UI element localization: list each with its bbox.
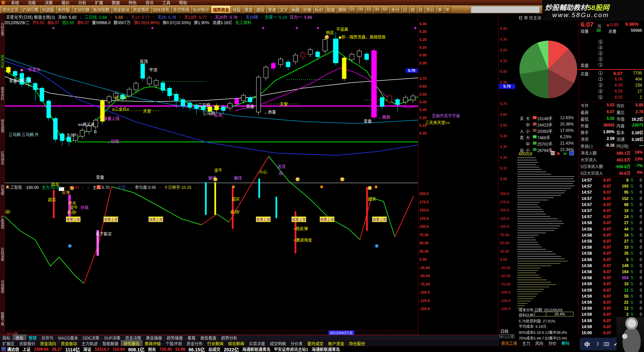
toolbar-强势资金[interactable]: 强势资金 (211, 6, 231, 13)
sidebar-tab-分时走势[interactable]: 分时走势 (0, 13, 4, 46)
tab-SUP决策[interactable]: SUP决策 (102, 335, 123, 341)
tab-高低看盘[interactable]: 高低看盘 (198, 335, 219, 341)
tick-row[interactable]: 14:596.0711S0 (579, 288, 644, 294)
chart-canvas[interactable]: ✖✖✖✖✖✖ (0, 0, 644, 352)
toolbar-价格[interactable]: 价格 (302, 6, 313, 13)
link-资金流向[interactable]: 资金流向 (38, 341, 58, 346)
toolbar-多日[interactable]: 多日 (424, 6, 436, 13)
toolbar-01[interactable]: 01 (349, 6, 356, 13)
tick-row[interactable]: 14:576.0724S0 (579, 214, 644, 220)
toolbar-年[interactable]: 年 (444, 6, 451, 13)
toolbar-资讯主页[interactable]: 资讯主页 (1, 6, 20, 13)
link-扩展区[interactable]: 扩展区 (0, 341, 17, 346)
sidebar-tab-东财深度[interactable]: 东财深度 (0, 239, 4, 271)
link-资金分布[interactable]: 资金分布 (184, 341, 205, 346)
tick-row[interactable]: 14:586.0734S0 (579, 233, 644, 239)
sidebar-tab-基本资料[interactable]: 基本资料 (0, 78, 4, 110)
menu-资讯[interactable]: 资讯 (141, 1, 158, 5)
tab-资金决策[interactable]: 资金决策 (123, 335, 143, 341)
tab-趋势操盘[interactable]: 趋势操盘 (164, 335, 185, 341)
tick-row[interactable]: 14:586.07164S0 (579, 269, 644, 275)
toolbar-文字[interactable]: 文字 (278, 6, 289, 13)
grid-icon[interactable] (569, 151, 574, 155)
menu-系统[interactable]: 系统 (7, 1, 24, 5)
toolbar-SUP统计[interactable]: SUP统计 (191, 6, 211, 13)
toolbar-资金博弈[interactable]: 资金博弈 (131, 6, 151, 13)
toolbar-画圆[interactable]: 画圆 (290, 6, 301, 13)
toolbar-阻速[interactable]: 阻速 (325, 6, 336, 13)
tick-row[interactable]: 14:586.07149S0 (579, 263, 644, 269)
tick-row[interactable]: 14:586.0727S0 (579, 239, 644, 245)
link-成交明细[interactable]: 成交明细 (267, 341, 288, 346)
link-主力轨迹[interactable]: 主力轨迹 (79, 341, 100, 346)
minipane-tab-资讯工场[interactable]: 资讯工场 (499, 340, 519, 346)
toolbar-多空阵线[interactable]: 多空阵线 (171, 6, 191, 13)
menu-数据[interactable]: 数据 (107, 1, 124, 5)
toolbar-05[interactable]: 05 (357, 6, 365, 13)
menu-扩展[interactable]: 扩展 (91, 1, 107, 5)
sidebar-tab-数据下载[interactable]: 数据下载 (0, 303, 4, 335)
sidebar-tab-技术分析[interactable]: 技术分析 (0, 46, 4, 78)
minipane-tab-主力[interactable]: 主力 (520, 340, 533, 346)
menu-分析[interactable]: 分析 (74, 1, 91, 5)
toolbar-60[interactable]: 60 (381, 6, 389, 13)
link-关联报价[interactable]: 关联报价 (17, 341, 38, 346)
tab-MACD基本[interactable]: MACD基本 (56, 335, 80, 341)
tab-指标[interactable]: 指标 (0, 335, 13, 341)
tab-另存为[interactable]: 另存为 (39, 335, 56, 341)
toolbar-斐波[interactable]: 斐波 (266, 6, 278, 13)
toolbar-删除[interactable]: 删除 (337, 6, 348, 13)
toolbar-板块指数[interactable]: 板块指数 (92, 6, 111, 13)
link-综合新闻[interactable]: 综合新闻 (226, 341, 246, 346)
tab-管理[interactable]: 管理 (26, 335, 39, 341)
toolbar-月[interactable]: 月 (417, 6, 424, 13)
tab-DDE决策[interactable]: DDE决策 (80, 335, 101, 341)
tick-row[interactable]: 14:586.07504S0 (579, 275, 644, 282)
link-智能解盘[interactable]: 智能解盘 (100, 341, 121, 346)
link-持仓股份[interactable]: 持仓股份 (347, 341, 367, 346)
link-券商评级[interactable]: 券商评级 (142, 341, 163, 346)
ime-language[interactable]: 中 (584, 340, 590, 348)
tab-看看[interactable]: 看看 (185, 335, 198, 341)
sidebar-tab-财务透视[interactable]: 财务透视 (0, 110, 4, 142)
tick-row[interactable]: 14:586.0735S0 (579, 251, 644, 257)
flag-icon[interactable]: ▶ (557, 151, 560, 156)
list-icon[interactable] (551, 151, 555, 155)
toolbar-多分[interactable]: 多分 (389, 6, 401, 13)
tick-row[interactable]: 14:576.07193S0 (579, 184, 644, 190)
zoom-button-0[interactable]: 0 (510, 334, 514, 338)
arrows-icon[interactable]: ≫ (563, 151, 567, 156)
minipane-tab-筹码[interactable]: 筹码 (559, 340, 572, 346)
toolbar-15[interactable]: 15 (365, 6, 373, 13)
tab-趋势分析[interactable]: 趋势分析 (219, 335, 240, 341)
menu-功能[interactable]: 功能 (24, 1, 40, 5)
toolbar-自选股[interactable]: 自选股 (40, 6, 56, 13)
tick-row[interactable]: 14:576.07152S0 (579, 196, 644, 202)
tick-row[interactable]: 14:586.0733S0 (579, 245, 644, 251)
link-买卖详盘[interactable]: 买卖详盘 (246, 341, 267, 346)
tick-row[interactable]: 14:576.0710S0 (579, 208, 644, 214)
tick-row[interactable]: 14:576.0795S0 (579, 190, 644, 196)
toolbar-沪深行情[interactable]: 沪深行情 (20, 6, 40, 13)
link-委托成交[interactable]: 委托成交 (305, 341, 326, 346)
moon-icon[interactable]: ☽ (595, 341, 599, 347)
toolbar-线投[interactable]: 线投 (231, 6, 242, 13)
menu-报价[interactable]: 报价 (57, 1, 74, 5)
link-分价表[interactable]: 分价表 (288, 341, 305, 346)
link-个股评测[interactable]: 个股评测 (163, 341, 184, 346)
toolbar-DDE排名[interactable]: DDE排名 (151, 6, 171, 13)
menu-帮助[interactable]: 帮助 (175, 1, 191, 5)
tick-row[interactable]: 14:596.0712S0 (579, 306, 644, 312)
tick-row[interactable]: 14:576.0788S0 (579, 202, 644, 208)
menu-工具[interactable]: 工具 (158, 1, 175, 5)
toolbar-标价[interactable]: 标价 (313, 6, 325, 13)
tick-row[interactable]: 14:576.078S0 (579, 178, 644, 184)
toolbar-30[interactable]: 30 (373, 6, 381, 13)
tick-row[interactable]: 14:596.0710S0 (579, 282, 644, 288)
menu-特色[interactable]: 特色 (124, 1, 141, 5)
minipane-tab-风向[interactable]: 风向 (533, 340, 546, 346)
tick-row[interactable]: 14:586.075S0 (579, 257, 644, 263)
toolbar-黄金[interactable]: 黄金 (243, 6, 254, 13)
toolbar-日[interactable]: 日 (401, 6, 409, 13)
tick-row[interactable]: 14:586.0744S0 (579, 227, 644, 233)
